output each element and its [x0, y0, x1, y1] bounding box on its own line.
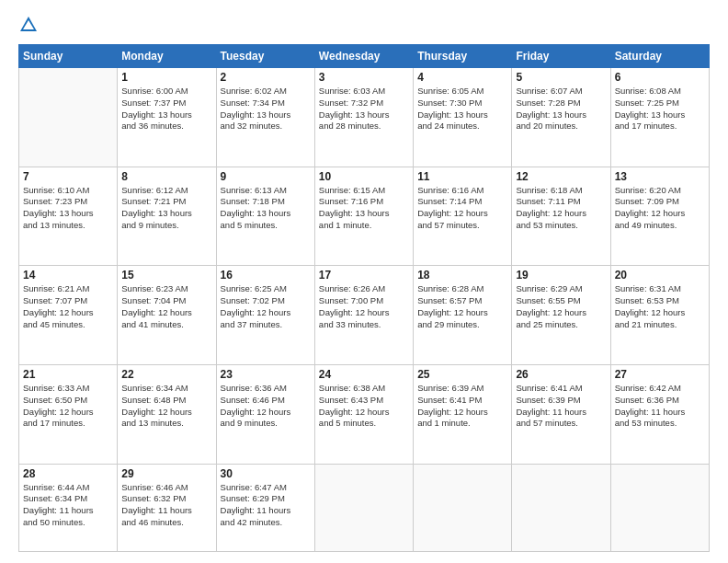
col-monday: Monday [118, 45, 216, 68]
day-info: Sunrise: 6:34 AM Sunset: 6:48 PM Dayligh… [121, 383, 211, 430]
day-number: 19 [516, 269, 606, 282]
day-number: 28 [23, 467, 113, 480]
day-number: 7 [23, 170, 113, 183]
day-info: Sunrise: 6:15 AM Sunset: 7:16 PM Dayligh… [319, 185, 409, 232]
day-number: 23 [221, 368, 311, 381]
day-info: Sunrise: 6:41 AM Sunset: 6:39 PM Dayligh… [516, 383, 606, 430]
day-info: Sunrise: 6:08 AM Sunset: 7:25 PM Dayligh… [615, 86, 705, 132]
table-cell: 14Sunrise: 6:21 AM Sunset: 7:07 PM Dayli… [19, 266, 118, 365]
table-cell: 18Sunrise: 6:28 AM Sunset: 6:57 PM Dayli… [414, 266, 512, 365]
table-cell: 2Sunrise: 6:02 AM Sunset: 7:34 PM Daylig… [216, 68, 314, 167]
day-number: 4 [417, 71, 507, 84]
day-number: 15 [121, 269, 211, 282]
table-cell: 20Sunrise: 6:31 AM Sunset: 6:53 PM Dayli… [610, 266, 709, 365]
day-info: Sunrise: 6:25 AM Sunset: 7:02 PM Dayligh… [221, 283, 311, 330]
day-number: 17 [319, 269, 409, 282]
calendar-header-row: Sunday Monday Tuesday Wednesday Thursday… [19, 45, 710, 68]
day-info: Sunrise: 6:05 AM Sunset: 7:30 PM Dayligh… [417, 86, 507, 132]
day-info: Sunrise: 6:26 AM Sunset: 7:00 PM Dayligh… [319, 283, 409, 330]
day-info: Sunrise: 6:12 AM Sunset: 7:21 PM Dayligh… [121, 185, 211, 232]
table-cell: 26Sunrise: 6:41 AM Sunset: 6:39 PM Dayli… [512, 364, 610, 464]
calendar-page: Sunday Monday Tuesday Wednesday Thursday… [0, 0, 728, 563]
table-cell: 10Sunrise: 6:15 AM Sunset: 7:16 PM Dayli… [314, 167, 413, 266]
header [18, 15, 710, 35]
table-cell: 11Sunrise: 6:16 AM Sunset: 7:14 PM Dayli… [414, 167, 512, 266]
table-cell: 29Sunrise: 6:46 AM Sunset: 6:32 PM Dayli… [118, 464, 216, 551]
table-cell: 27Sunrise: 6:42 AM Sunset: 6:36 PM Dayli… [610, 364, 709, 464]
table-cell: 25Sunrise: 6:39 AM Sunset: 6:41 PM Dayli… [414, 364, 512, 464]
table-cell: 8Sunrise: 6:12 AM Sunset: 7:21 PM Daylig… [118, 167, 216, 266]
day-number: 24 [319, 368, 409, 381]
day-info: Sunrise: 6:18 AM Sunset: 7:11 PM Dayligh… [516, 185, 606, 232]
day-number: 12 [516, 170, 606, 183]
table-cell: 19Sunrise: 6:29 AM Sunset: 6:55 PM Dayli… [512, 266, 610, 365]
table-cell: 16Sunrise: 6:25 AM Sunset: 7:02 PM Dayli… [216, 266, 314, 365]
day-number: 11 [417, 170, 507, 183]
table-cell: 6Sunrise: 6:08 AM Sunset: 7:25 PM Daylig… [610, 68, 709, 167]
day-info: Sunrise: 6:47 AM Sunset: 6:29 PM Dayligh… [221, 482, 311, 529]
table-cell [512, 464, 610, 551]
table-cell: 30Sunrise: 6:47 AM Sunset: 6:29 PM Dayli… [216, 464, 314, 551]
day-info: Sunrise: 6:42 AM Sunset: 6:36 PM Dayligh… [615, 383, 705, 430]
day-info: Sunrise: 6:10 AM Sunset: 7:23 PM Dayligh… [23, 185, 113, 232]
day-info: Sunrise: 6:20 AM Sunset: 7:09 PM Dayligh… [615, 185, 705, 232]
day-info: Sunrise: 6:00 AM Sunset: 7:37 PM Dayligh… [121, 86, 211, 132]
logo [18, 15, 42, 35]
day-number: 10 [319, 170, 409, 183]
table-cell: 22Sunrise: 6:34 AM Sunset: 6:48 PM Dayli… [118, 364, 216, 464]
day-number: 8 [121, 170, 211, 183]
day-number: 2 [221, 71, 311, 84]
table-cell [314, 464, 413, 551]
calendar-table: Sunday Monday Tuesday Wednesday Thursday… [18, 44, 710, 552]
table-cell [610, 464, 709, 551]
col-sunday: Sunday [19, 45, 118, 68]
day-number: 25 [417, 368, 507, 381]
table-cell: 13Sunrise: 6:20 AM Sunset: 7:09 PM Dayli… [610, 167, 709, 266]
table-cell: 23Sunrise: 6:36 AM Sunset: 6:46 PM Dayli… [216, 364, 314, 464]
table-cell: 9Sunrise: 6:13 AM Sunset: 7:18 PM Daylig… [216, 167, 314, 266]
day-number: 29 [121, 467, 211, 480]
day-number: 20 [615, 269, 705, 282]
table-cell: 12Sunrise: 6:18 AM Sunset: 7:11 PM Dayli… [512, 167, 610, 266]
table-cell: 24Sunrise: 6:38 AM Sunset: 6:43 PM Dayli… [314, 364, 413, 464]
col-saturday: Saturday [610, 45, 709, 68]
day-info: Sunrise: 6:39 AM Sunset: 6:41 PM Dayligh… [417, 383, 507, 430]
day-info: Sunrise: 6:16 AM Sunset: 7:14 PM Dayligh… [417, 185, 507, 232]
logo-icon [18, 15, 39, 35]
day-info: Sunrise: 6:29 AM Sunset: 6:55 PM Dayligh… [516, 283, 606, 330]
day-number: 13 [615, 170, 705, 183]
day-number: 3 [319, 71, 409, 84]
table-cell: 4Sunrise: 6:05 AM Sunset: 7:30 PM Daylig… [414, 68, 512, 167]
table-cell [19, 68, 118, 167]
day-info: Sunrise: 6:38 AM Sunset: 6:43 PM Dayligh… [319, 383, 409, 430]
day-info: Sunrise: 6:33 AM Sunset: 6:50 PM Dayligh… [23, 383, 113, 430]
table-cell: 21Sunrise: 6:33 AM Sunset: 6:50 PM Dayli… [19, 364, 118, 464]
table-cell: 7Sunrise: 6:10 AM Sunset: 7:23 PM Daylig… [19, 167, 118, 266]
day-number: 21 [23, 368, 113, 381]
day-number: 14 [23, 269, 113, 282]
table-cell: 5Sunrise: 6:07 AM Sunset: 7:28 PM Daylig… [512, 68, 610, 167]
col-tuesday: Tuesday [216, 45, 314, 68]
day-number: 18 [417, 269, 507, 282]
table-cell: 1Sunrise: 6:00 AM Sunset: 7:37 PM Daylig… [118, 68, 216, 167]
col-wednesday: Wednesday [314, 45, 413, 68]
day-info: Sunrise: 6:21 AM Sunset: 7:07 PM Dayligh… [23, 283, 113, 330]
table-cell [414, 464, 512, 551]
day-number: 1 [121, 71, 211, 84]
table-cell: 3Sunrise: 6:03 AM Sunset: 7:32 PM Daylig… [314, 68, 413, 167]
day-info: Sunrise: 6:03 AM Sunset: 7:32 PM Dayligh… [319, 86, 409, 132]
day-number: 22 [121, 368, 211, 381]
day-number: 9 [221, 170, 311, 183]
day-number: 16 [221, 269, 311, 282]
day-info: Sunrise: 6:44 AM Sunset: 6:34 PM Dayligh… [23, 482, 113, 529]
day-info: Sunrise: 6:07 AM Sunset: 7:28 PM Dayligh… [516, 86, 606, 132]
day-number: 5 [516, 71, 606, 84]
table-cell: 17Sunrise: 6:26 AM Sunset: 7:00 PM Dayli… [314, 266, 413, 365]
table-cell: 28Sunrise: 6:44 AM Sunset: 6:34 PM Dayli… [19, 464, 118, 551]
day-info: Sunrise: 6:28 AM Sunset: 6:57 PM Dayligh… [417, 283, 507, 330]
day-info: Sunrise: 6:31 AM Sunset: 6:53 PM Dayligh… [615, 283, 705, 330]
day-info: Sunrise: 6:13 AM Sunset: 7:18 PM Dayligh… [221, 185, 311, 232]
day-number: 26 [516, 368, 606, 381]
col-friday: Friday [512, 45, 610, 68]
day-number: 30 [221, 467, 311, 480]
